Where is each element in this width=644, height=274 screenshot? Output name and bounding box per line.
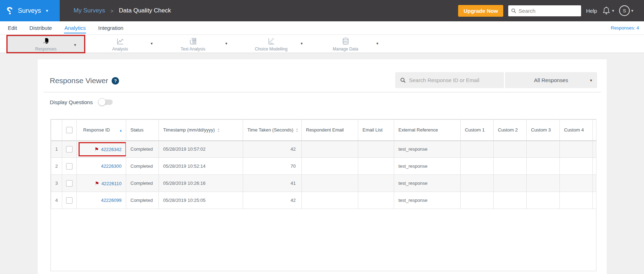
spacer-cell	[593, 141, 596, 158]
row-checkbox[interactable]	[66, 197, 73, 204]
topbar-actions: Upgrade Now Help ▾ S ▾	[458, 5, 633, 17]
external-reference-cell: test_response	[394, 158, 461, 175]
choice-modelling-icon	[267, 37, 276, 46]
manage-data-icon	[341, 37, 350, 46]
custom3-cell	[527, 158, 560, 175]
response-id-link[interactable]: 42226342	[101, 147, 122, 152]
response-viewer-panel: Response Viewer ? All Responses ▾ Displa…	[38, 59, 607, 274]
display-questions-label: Display Questions	[50, 99, 93, 105]
sort-ascending-icon: ▲	[119, 129, 122, 132]
app-screen: ? Surveys ▾ My Surveys > Data Quality Ch…	[0, 0, 644, 274]
analysis-icon	[116, 37, 125, 46]
header-external-reference: External Reference	[394, 120, 461, 141]
response-search-input[interactable]	[409, 77, 498, 83]
global-search-input[interactable]	[519, 8, 575, 14]
header-timestamp[interactable]: Timestamp (mm/dd/yyyy)▲▼	[159, 120, 243, 141]
chevron-down-icon: ▾	[590, 78, 592, 82]
response-filter-value: All Responses	[534, 77, 568, 83]
search-icon	[511, 8, 516, 14]
toolbar-item-analysis[interactable]: Analysis	[90, 35, 150, 53]
sort-icon: ▲▼	[296, 128, 298, 133]
select-all-checkbox[interactable]	[66, 127, 73, 133]
response-id-cell: ⚑42226110	[77, 175, 126, 192]
response-id-link[interactable]: 42226110	[101, 181, 122, 186]
custom2-cell	[494, 141, 527, 158]
responses-table: Response ID▲ Status Timestamp (mm/dd/yyy…	[51, 119, 596, 209]
product-label: Surveys	[18, 7, 41, 15]
custom1-cell	[461, 175, 494, 192]
header-time-taken[interactable]: Time Taken (Seconds)▲▼	[243, 120, 302, 141]
email-list-cell	[358, 158, 394, 175]
custom4-cell	[560, 175, 593, 192]
chevron-down-icon[interactable]: ▾	[74, 43, 76, 47]
tab-distribute[interactable]: Distribute	[29, 23, 52, 33]
account-menu-button[interactable]: S ▾	[619, 5, 633, 16]
row-select-cell	[62, 192, 77, 209]
toolbar-item-choice-modelling[interactable]: Choice Modelling	[241, 35, 301, 53]
text-analysis-icon	[189, 37, 198, 46]
response-id-cell: 42226300	[77, 158, 126, 175]
header-row-number	[51, 120, 62, 141]
respondent-email-cell	[302, 192, 358, 209]
chevron-down-icon[interactable]: ▾	[376, 41, 379, 46]
respondent-email-cell	[302, 141, 358, 158]
help-icon[interactable]: ?	[112, 77, 119, 85]
toolbar-item-manage-data[interactable]: Manage Data	[315, 35, 376, 53]
response-id-cell: 42226099	[77, 192, 126, 209]
breadcrumb-separator: >	[111, 8, 114, 14]
row-number: 1	[51, 141, 62, 158]
toolbar-item-text-analysis[interactable]: Text Analysis	[163, 35, 223, 53]
responses-icon	[42, 37, 50, 46]
header-response-id[interactable]: Response ID▲	[77, 120, 126, 141]
product-switcher[interactable]: ? Surveys ▾	[0, 0, 60, 21]
chevron-down-icon: ▾	[612, 9, 614, 13]
panel-divider	[43, 92, 601, 92]
response-id-link[interactable]: 42226099	[101, 198, 122, 203]
help-link[interactable]: Help	[586, 8, 597, 14]
toolbar-item-responses[interactable]: Responses ▾	[7, 36, 84, 52]
breadcrumb: My Surveys > Data Quality Check	[74, 7, 171, 14]
chevron-down-icon[interactable]: ▾	[151, 41, 153, 46]
table-row: 3 ⚑42226110 Completed 05/28/2019 10:26:1…	[51, 175, 596, 192]
responses-annotation-box: Responses ▾	[6, 35, 85, 53]
toolbar-item-label: Choice Modelling	[255, 47, 288, 52]
custom1-cell	[461, 192, 494, 209]
row-checkbox[interactable]	[66, 180, 73, 187]
time-taken-cell: 70	[243, 158, 302, 175]
email-list-cell	[358, 141, 394, 158]
avatar: S	[619, 5, 630, 16]
bell-icon	[602, 6, 611, 15]
response-id-link[interactable]: 42226300	[101, 163, 122, 169]
custom1-cell	[461, 158, 494, 175]
row-select-cell	[62, 175, 77, 192]
row-checkbox[interactable]	[66, 163, 73, 170]
toggle-knob	[98, 98, 106, 106]
notifications-button[interactable]: ▾	[602, 6, 614, 15]
tab-edit[interactable]: Edit	[7, 23, 17, 33]
tab-analytics[interactable]: Analytics	[64, 23, 86, 33]
timestamp-cell: 05/28/2019 10:26:16	[159, 175, 243, 192]
row-checkbox[interactable]	[66, 146, 73, 152]
external-reference-cell: test_response	[394, 141, 461, 158]
analytics-toolbar: Responses ▾ Analysis ▾ Text Analysis ▾	[0, 34, 644, 53]
toolbar-item-label: Analysis	[112, 47, 128, 52]
time-taken-cell: 42	[243, 192, 302, 209]
response-filter-dropdown[interactable]: All Responses ▾	[505, 72, 597, 88]
custom3-cell	[527, 175, 560, 192]
upgrade-now-button[interactable]: Upgrade Now	[458, 5, 503, 17]
chevron-down-icon[interactable]: ▾	[301, 41, 303, 46]
survey-tab-bar: Edit Distribute Analytics Integration Re…	[0, 21, 644, 34]
custom4-cell	[560, 141, 593, 158]
custom3-cell	[527, 141, 560, 158]
email-list-cell	[358, 192, 394, 209]
flag-icon: ⚑	[95, 146, 99, 152]
respondent-email-cell	[302, 158, 358, 175]
custom3-cell	[527, 192, 560, 209]
breadcrumb-my-surveys[interactable]: My Surveys	[74, 7, 105, 14]
status-cell: Completed	[126, 175, 159, 192]
tab-integration[interactable]: Integration	[98, 23, 124, 33]
chevron-down-icon[interactable]: ▾	[225, 41, 227, 46]
display-questions-toggle[interactable]	[99, 100, 113, 105]
spacer-cell	[593, 175, 596, 192]
breadcrumb-current-survey: Data Quality Check	[119, 7, 171, 14]
